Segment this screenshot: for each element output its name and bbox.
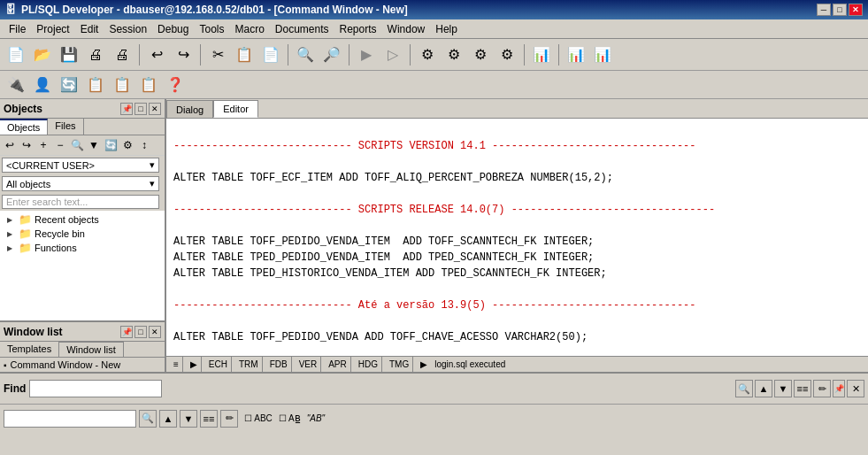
refresh-obj-btn[interactable]: 🔄 [103, 137, 119, 153]
config-obj-btn[interactable]: ⚙ [119, 137, 135, 153]
menu-file[interactable]: File [4, 21, 31, 37]
wl-pin-button[interactable]: 📌 [120, 326, 133, 338]
tree-item-recycle[interactable]: ▶ 📁 Recycle bin [0, 227, 165, 241]
find-button[interactable]: 🔍 [293, 42, 318, 67]
back-btn[interactable]: ↩ [2, 137, 18, 153]
find2-button[interactable]: 🔎 [319, 42, 344, 67]
search-obj-btn[interactable]: 🔍 [69, 137, 85, 153]
pin-button[interactable]: 📌 [120, 103, 133, 115]
print-button[interactable]: 🖨 [83, 42, 108, 67]
redo-button[interactable]: ↪ [171, 42, 196, 67]
filter-btn[interactable]: ▼ [86, 137, 102, 153]
print2-button[interactable]: 🖨 [110, 42, 134, 67]
compile3-button[interactable]: ⚙ [468, 42, 493, 67]
find-replace-button[interactable]: ✏ [813, 380, 831, 397]
user-dropdown[interactable]: <CURRENT USER> ▾ [2, 158, 159, 173]
sep4 [349, 44, 350, 66]
compile2-button[interactable]: ⚙ [442, 42, 466, 67]
find-prev-button[interactable]: ▲ [755, 380, 772, 397]
find-all-button[interactable]: ≡≡ [794, 380, 811, 397]
menu-macro[interactable]: Macro [229, 21, 269, 37]
code-editor[interactable]: ---------------------------- SCRIPTS VER… [166, 119, 868, 356]
menu-edit[interactable]: Edit [75, 21, 104, 37]
wl-item-command[interactable]: ▪ Command Window - New [0, 358, 165, 372]
save-button[interactable]: 💾 [57, 42, 81, 67]
obj-btn1[interactable]: 📋 [83, 73, 108, 97]
undo-button[interactable]: ↩ [144, 42, 169, 67]
forward-btn[interactable]: ↪ [19, 137, 35, 153]
compile-button[interactable]: ⚙ [415, 42, 440, 67]
paste-button[interactable]: 📄 [258, 42, 283, 67]
window-list-panel: Window list 📌 □ ✕ Templates Window list … [0, 322, 165, 372]
find-bar: Find 🔍 ▲ ▼ ≡≡ ✏ 📌 ✕ [0, 372, 868, 404]
refresh-button[interactable]: 🔄 [57, 73, 81, 97]
add-btn[interactable]: + [35, 137, 51, 153]
tab-window-list[interactable]: Window list [59, 342, 124, 357]
tab-dialog[interactable]: Dialog [166, 100, 213, 118]
obj-btn3[interactable]: 📋 [136, 73, 161, 97]
restore-button[interactable]: □ [134, 103, 147, 115]
find-tb2-search[interactable]: 🔍 [139, 410, 157, 428]
tab-templates[interactable]: Templates [0, 342, 59, 357]
menu-debug[interactable]: Debug [152, 21, 194, 37]
tab-objects[interactable]: Objects [0, 119, 48, 135]
status-tmg: TMG [386, 357, 413, 372]
menu-session[interactable]: Session [104, 21, 152, 37]
db-button[interactable]: 🔌 [4, 73, 28, 97]
find-tb2-lines[interactable]: ≡≡ [200, 410, 218, 428]
new-button[interactable]: 📄 [4, 42, 28, 67]
run-button[interactable]: ▶ [354, 42, 379, 67]
menu-documents[interactable]: Documents [270, 21, 334, 37]
find-pin-button[interactable]: 📌 [833, 380, 845, 397]
tab-editor[interactable]: Editor [213, 100, 258, 118]
wl-restore-button[interactable]: □ [134, 326, 147, 338]
find-tb2-edit[interactable]: ✏ [220, 410, 238, 428]
menu-tools[interactable]: Tools [194, 21, 229, 37]
status-play: ▶ [187, 357, 202, 372]
obj-btn2[interactable]: 📋 [110, 73, 134, 97]
maximize-button[interactable]: □ [833, 4, 847, 16]
tool3-button[interactable]: 📊 [590, 42, 615, 67]
tree-item-recent[interactable]: ▶ 📁 Recent objects [0, 212, 165, 227]
open-button[interactable]: 📂 [30, 42, 55, 67]
minimize-button[interactable]: ─ [817, 4, 831, 16]
tree-item-functions[interactable]: ▶ 📁 Functions [0, 241, 165, 255]
remove-btn[interactable]: − [52, 137, 68, 153]
find-search-button[interactable]: 🔍 [735, 380, 753, 397]
sep2 [200, 44, 201, 66]
find-next-button[interactable]: ▼ [774, 380, 792, 397]
menu-help[interactable]: Help [430, 21, 463, 37]
close-button[interactable]: ✕ [849, 4, 863, 16]
search-placeholder: Enter search text... [6, 197, 88, 207]
run2-button[interactable]: ▷ [380, 42, 405, 67]
status-bar: ≡ ▶ ECH TRM FDB VER APR HDG TMG ▶ login.… [166, 356, 868, 372]
objects-tab-bar: Objects Files [0, 119, 165, 135]
sort-btn[interactable]: ↕ [136, 137, 152, 153]
wl-close-button[interactable]: ✕ [149, 326, 161, 338]
find-dropdown[interactable] [4, 410, 136, 428]
menu-project[interactable]: Project [31, 21, 74, 37]
right-panel: Dialog Editor --------------------------… [166, 99, 868, 372]
menu-reports[interactable]: Reports [334, 21, 382, 37]
type-dropdown[interactable]: All objects ▾ [2, 176, 159, 191]
compile4-button[interactable]: ⚙ [495, 42, 519, 67]
find-input[interactable] [29, 380, 162, 397]
find-tb2-next[interactable]: ▼ [180, 410, 197, 428]
sep6 [524, 44, 525, 66]
help-btn[interactable]: ❓ [163, 73, 188, 97]
tool2-button[interactable]: 📊 [564, 42, 588, 67]
session-button[interactable]: 👤 [30, 73, 55, 97]
folder-icon: 📁 [19, 213, 32, 226]
tool1-button[interactable]: 📊 [529, 42, 554, 67]
tab-files[interactable]: Files [48, 119, 83, 135]
menu-window[interactable]: Window [382, 21, 431, 37]
tree-label2: Recycle bin [35, 228, 85, 239]
find-tb2-prev[interactable]: ▲ [159, 410, 177, 428]
menu-bar: File Project Edit Session Debug Tools Ma… [0, 19, 868, 39]
copy-button[interactable]: 📋 [232, 42, 257, 67]
panel-close-button[interactable]: ✕ [149, 103, 161, 115]
search-input[interactable]: Enter search text... [2, 195, 159, 209]
find-close-button[interactable]: ✕ [847, 380, 864, 397]
status-message: login.sql executed [434, 359, 505, 369]
cut-button[interactable]: ✂ [205, 42, 230, 67]
